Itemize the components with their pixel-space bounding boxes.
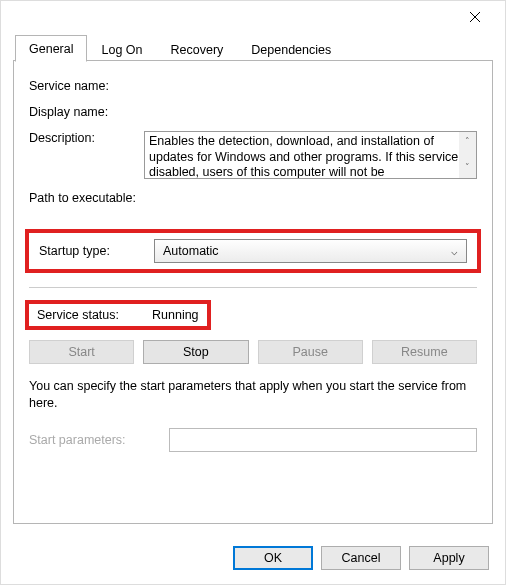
description-box[interactable]: Enables the detection, download, and ins…	[144, 131, 477, 179]
tab-strip: General Log On Recovery Dependencies	[1, 33, 505, 61]
close-button[interactable]	[455, 3, 495, 31]
tab-logon[interactable]: Log On	[87, 37, 156, 61]
service-status-value: Running	[152, 308, 199, 322]
stop-button[interactable]: Stop	[143, 340, 248, 364]
start-params-note: You can specify the start parameters tha…	[29, 378, 477, 412]
description-text: Enables the detection, download, and ins…	[149, 134, 471, 179]
cancel-button[interactable]: Cancel	[321, 546, 401, 570]
tab-general[interactable]: General	[15, 35, 87, 62]
separator	[29, 287, 477, 288]
service-status-highlight: Service status: Running	[25, 300, 211, 330]
tab-dependencies[interactable]: Dependencies	[237, 37, 345, 61]
ok-button[interactable]: OK	[233, 546, 313, 570]
service-name-label: Service name:	[29, 79, 144, 93]
description-label: Description:	[29, 131, 144, 145]
path-label: Path to executable:	[29, 191, 136, 205]
startup-type-value: Automatic	[163, 244, 219, 258]
description-scrollbar[interactable]: ˄ ˅	[459, 132, 476, 178]
start-params-row: Start parameters:	[29, 428, 477, 452]
resume-button: Resume	[372, 340, 477, 364]
scroll-down-icon[interactable]: ˅	[459, 158, 476, 178]
apply-button[interactable]: Apply	[409, 546, 489, 570]
tab-recovery[interactable]: Recovery	[157, 37, 238, 61]
titlebar	[1, 1, 505, 33]
service-control-buttons: Start Stop Pause Resume	[29, 340, 477, 364]
start-button: Start	[29, 340, 134, 364]
pause-button: Pause	[258, 340, 363, 364]
dialog-footer: OK Cancel Apply	[1, 532, 505, 584]
startup-type-select[interactable]: Automatic	[154, 239, 467, 263]
start-params-input	[169, 428, 477, 452]
startup-type-label: Startup type:	[39, 244, 154, 258]
scroll-up-icon[interactable]: ˄	[459, 132, 476, 152]
close-icon	[469, 11, 481, 23]
service-status-label: Service status:	[37, 308, 152, 322]
properties-dialog: General Log On Recovery Dependencies Ser…	[0, 0, 506, 585]
display-name-label: Display name:	[29, 105, 144, 119]
tab-content: Service name: Display name: Description:…	[13, 61, 493, 524]
startup-type-highlight: Startup type: Automatic	[25, 229, 481, 273]
start-params-label: Start parameters:	[29, 433, 169, 447]
